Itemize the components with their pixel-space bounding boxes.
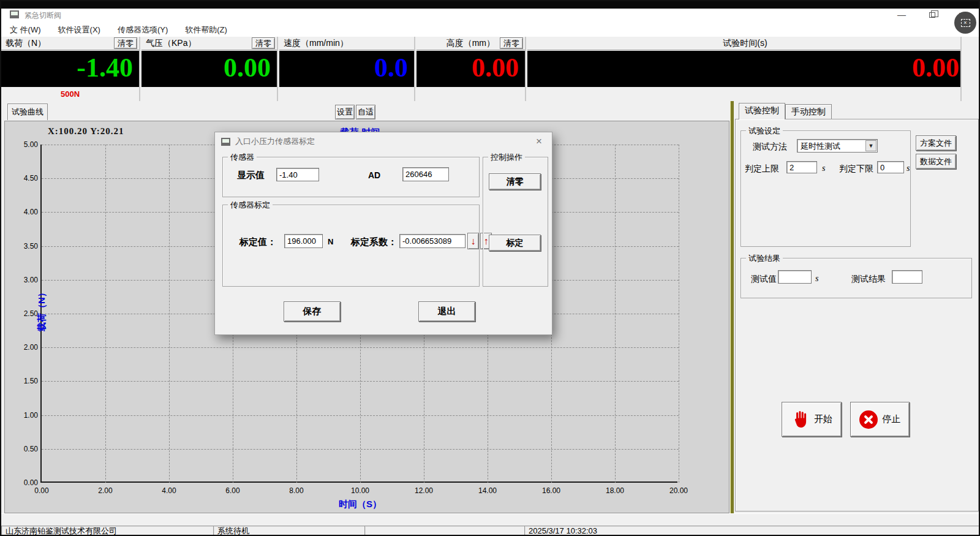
gauge-speed-value: 0.0 [279, 51, 414, 87]
upper-limit-label: 判定上限 [745, 164, 779, 175]
gauge-pressure-label: 气压（KPa） [146, 38, 252, 49]
x-tick-label: 18.00 [597, 486, 633, 495]
y-tick-label: 5.00 [1, 140, 38, 149]
group-test-result-title: 试验结果 [746, 253, 783, 264]
menu-item-software-help[interactable]: 软件帮助(Z) [185, 25, 227, 36]
tab-manual-control[interactable]: 手动控制 [785, 104, 832, 119]
cal-value-label: 标定值： [239, 236, 276, 248]
v-gridline [615, 145, 616, 483]
gauge-speed-label: 速度（mm/min） [284, 38, 412, 49]
x-tick-label: 10.00 [342, 486, 379, 495]
dialog-close-button[interactable]: × [532, 135, 546, 148]
y-tick-label: 1.50 [1, 377, 38, 385]
window-title: 紧急切断阀 [24, 10, 61, 21]
start-button-label: 开始 [814, 413, 832, 425]
x-tick-label: 14.00 [469, 486, 506, 495]
capture-selection-icon: × [961, 19, 970, 27]
lower-limit-unit: s [907, 164, 910, 173]
dialog-zero-button[interactable]: 清零 [489, 173, 541, 190]
upper-limit-input[interactable] [786, 161, 817, 173]
test-method-select[interactable]: 延时性测试 ▼ [797, 139, 878, 153]
group-sensor-calibration-title: 传感器标定 [228, 200, 273, 211]
menu-item-software-settings[interactable]: 软件设置(X) [58, 25, 100, 36]
cal-value-input[interactable] [284, 234, 323, 248]
gauge-height-zero-button[interactable]: 清零 [500, 37, 523, 49]
curve-tabbar: 试验曲线 设置 自适 [1, 101, 730, 121]
statusbar-gap [1, 513, 980, 526]
plan-file-button[interactable]: 方案文件 [916, 135, 956, 151]
status-datetime: 2025/3/17 10:32:03 [524, 526, 980, 536]
test-result-label: 测试结果 [851, 274, 886, 285]
gauge-speed: 速度（mm/min） 0.0 [279, 37, 415, 101]
coef-label: 标定系数： [351, 236, 397, 248]
gauge-strip: 载荷（N） 清零 -1.40 500N 气压（KPa） 清零 0.00 速度（m… [1, 37, 980, 101]
save-button[interactable]: 保存 [284, 301, 341, 322]
y-tick-label: 0.00 [1, 478, 38, 487]
restore-button[interactable] [923, 9, 941, 21]
display-value-label: 显示值 [237, 170, 265, 181]
menu-item-file[interactable]: 文 件(W) [10, 25, 41, 36]
test-value-input[interactable] [778, 270, 812, 284]
x-tick-label: 16.00 [533, 486, 570, 495]
gauge-pressure-value: 0.00 [141, 51, 277, 87]
x-tick-label: 8.00 [278, 486, 315, 495]
test-method-value: 延时性测试 [801, 141, 840, 152]
tab-test-control[interactable]: 试验控制 [739, 103, 785, 119]
group-sensor-title: 传感器 [228, 152, 257, 163]
gauge-speed-sub [279, 88, 414, 101]
y-tick-label: 4.50 [1, 174, 38, 183]
dialog-calibrate-button[interactable]: 标定 [489, 235, 541, 251]
gauge-height-value: 0.00 [417, 51, 525, 87]
data-file-button[interactable]: 数据文件 [916, 154, 956, 169]
test-control-tab-content: 试验设定 测试方法 延时性测试 ▼ 方案文件 数据文件 判定上限 s 判定下限 … [735, 119, 979, 511]
gauge-load: 载荷（N） 清零 -1.40 500N [1, 37, 140, 101]
gauge-pressure-zero-button[interactable]: 清零 [252, 37, 275, 49]
gauge-load-label: 载荷（N） [6, 38, 114, 49]
gauge-test-time-label: 试验时间(s) [532, 38, 959, 49]
y-tick-label: 2.50 [1, 309, 38, 318]
lower-limit-input[interactable] [877, 161, 904, 173]
gauge-load-range: 500N [1, 88, 139, 101]
test-method-label: 测试方法 [753, 142, 787, 153]
cal-unit-label: N [328, 237, 333, 246]
stop-button-label: 停止 [883, 413, 901, 425]
test-result-input[interactable] [892, 270, 922, 284]
ad-label: AD [368, 170, 380, 180]
hand-icon [791, 410, 809, 429]
x-axis-title: 时间（S） [42, 499, 679, 510]
minimize-button[interactable]: — [892, 9, 911, 21]
status-company: 山东济南铂鉴测试技术有限公司 [1, 526, 213, 536]
ad-value-input[interactable] [402, 167, 449, 181]
x-tick-label: 12.00 [405, 486, 442, 495]
stop-button[interactable]: 停止 [850, 402, 910, 437]
coef-decrease-button[interactable]: ↓ [467, 233, 479, 249]
menu-item-sensor-options[interactable]: 传感器选项(Y) [118, 25, 168, 36]
gauge-load-zero-button[interactable]: 清零 [114, 37, 137, 49]
gauge-height-label: 高度（mm） [421, 38, 500, 49]
gauge-pressure-sub [141, 88, 277, 101]
control-panel: 试验控制 手动控制 试验设定 测试方法 延时性测试 ▼ 方案文件 数据文件 判定… [734, 101, 980, 513]
exit-button[interactable]: 退出 [418, 301, 475, 322]
test-value-label: 测试值 [751, 274, 777, 285]
status-system-state: 系统待机 [213, 526, 364, 536]
gauge-test-time-value: 0.00 [527, 51, 960, 87]
statusbar: 山东济南铂鉴测试技术有限公司 系统待机 2025/3/17 10:32:03 [1, 526, 980, 536]
gauge-height-sub [417, 88, 525, 101]
gauge-pressure: 气压（KPa） 清零 0.00 [141, 37, 278, 101]
start-button[interactable]: 开始 [782, 402, 842, 437]
v-gridline [169, 145, 170, 483]
chevron-down-icon[interactable]: ▼ [865, 140, 876, 151]
chart-settings-button[interactable]: 设置 [335, 105, 355, 119]
display-value-input[interactable] [276, 168, 319, 181]
upper-limit-unit: s [822, 164, 825, 173]
arrow-down-icon: ↓ [471, 236, 476, 246]
y-tick-label: 0.50 [1, 445, 38, 453]
dialog-titlebar: 入口小压力传感器标定 × [215, 132, 552, 151]
gauge-test-time-sub [527, 88, 960, 101]
tab-test-curve[interactable]: 试验曲线 [7, 104, 48, 120]
app-icon [10, 10, 19, 18]
y-tick-label: 2.00 [1, 343, 38, 352]
chart-autofit-button[interactable]: 自适 [356, 105, 375, 119]
coef-input[interactable] [399, 234, 466, 248]
screen-capture-badge[interactable]: × [954, 12, 976, 34]
